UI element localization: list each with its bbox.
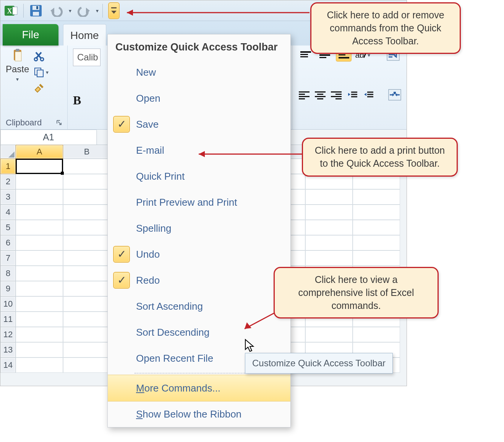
cell[interactable] (16, 159, 63, 174)
cell[interactable] (16, 220, 63, 235)
clipboard-dialog-launcher-icon[interactable] (57, 120, 62, 125)
font-name-box[interactable]: Calib (73, 49, 100, 66)
row-header[interactable]: 11 (0, 312, 16, 327)
row-header[interactable]: 9 (0, 281, 16, 296)
redo-split-arrow[interactable]: ▾ (96, 8, 99, 14)
tooltip: Customize Quick Access Toolbar (245, 353, 393, 374)
cell[interactable] (305, 235, 353, 250)
check-slot (113, 142, 130, 159)
name-box[interactable]: A1 (0, 130, 97, 145)
cell[interactable] (63, 235, 110, 250)
menu-more-commands[interactable]: More Commands... (108, 375, 290, 401)
cell[interactable] (16, 358, 63, 373)
row-header[interactable]: 13 (0, 342, 16, 358)
cell[interactable] (63, 358, 110, 373)
cell[interactable] (353, 250, 400, 266)
cell[interactable] (63, 296, 110, 312)
menu-item-quick-print[interactable]: Quick Print (108, 163, 290, 189)
undo-button[interactable] (48, 3, 65, 18)
redo-button[interactable] (75, 3, 92, 18)
paste-split-arrow[interactable]: ▾ (16, 76, 19, 82)
cell[interactable] (63, 327, 110, 342)
ribbon-group-clipboard: Paste ▾ ▾ Clipboard (0, 46, 68, 129)
decrease-indent-button[interactable] (346, 88, 359, 101)
align-right-button[interactable] (330, 88, 343, 101)
cell[interactable] (16, 205, 63, 220)
increase-indent-button[interactable] (362, 88, 375, 101)
cell[interactable] (16, 342, 63, 358)
copy-button[interactable]: ▾ (34, 67, 49, 78)
cell[interactable] (16, 327, 63, 342)
cut-button[interactable] (34, 51, 49, 62)
cell[interactable] (353, 220, 400, 235)
cell[interactable] (63, 250, 110, 266)
menu-item-spelling[interactable]: Spelling (108, 215, 290, 241)
align-center-button[interactable] (314, 88, 327, 101)
row-header[interactable]: 3 (0, 189, 16, 205)
select-all-triangle[interactable] (0, 145, 16, 159)
menu-show-below-ribbon[interactable]: Show Below the Ribbon (108, 401, 290, 427)
cell[interactable] (16, 235, 63, 250)
row-header[interactable]: 6 (0, 235, 16, 250)
row-header[interactable]: 5 (0, 220, 16, 235)
row-header[interactable]: 12 (0, 327, 16, 342)
cell[interactable] (63, 266, 110, 281)
svg-rect-28 (299, 96, 310, 97)
menu-label: More Commands... (136, 382, 220, 394)
cell[interactable] (305, 189, 353, 205)
cell[interactable] (16, 266, 63, 281)
cell[interactable] (63, 342, 110, 358)
menu-item-save[interactable]: ✓Save (108, 111, 290, 137)
menu-item-open[interactable]: Open (108, 85, 290, 111)
row-header[interactable]: 7 (0, 250, 16, 266)
cell[interactable] (16, 296, 63, 312)
cell[interactable] (63, 174, 110, 189)
row-header[interactable]: 2 (0, 174, 16, 189)
save-button[interactable] (28, 3, 44, 18)
row-header[interactable]: 14 (0, 358, 16, 373)
customize-qat-button[interactable] (108, 2, 120, 19)
tab-file[interactable]: File (3, 24, 58, 46)
cell[interactable] (63, 159, 110, 174)
cell[interactable] (16, 189, 63, 205)
format-painter-button[interactable] (34, 83, 49, 94)
check-slot (113, 220, 130, 237)
menu-label: Print Preview and Print (136, 197, 237, 208)
svg-rect-7 (111, 7, 117, 8)
column-header-b[interactable]: B (63, 145, 110, 159)
svg-rect-6 (36, 6, 38, 9)
cell[interactable] (63, 312, 110, 327)
cell[interactable] (305, 220, 353, 235)
callout-bot: Click here to view a comprehensive list … (274, 267, 439, 318)
cell[interactable] (353, 205, 400, 220)
cell[interactable] (305, 205, 353, 220)
row-header[interactable]: 10 (0, 296, 16, 312)
row-header[interactable]: 8 (0, 266, 16, 281)
cell[interactable] (353, 235, 400, 250)
cell[interactable] (16, 312, 63, 327)
tab-home[interactable]: Home (63, 24, 106, 46)
cell[interactable] (63, 205, 110, 220)
row-header[interactable]: 1 (0, 159, 16, 174)
menu-item-print-preview-and-print[interactable]: Print Preview and Print (108, 189, 290, 215)
column-header-a[interactable]: A (16, 145, 63, 159)
menu-item-undo[interactable]: ✓Undo (108, 241, 290, 267)
align-left-button[interactable] (298, 88, 311, 101)
cell[interactable] (16, 174, 63, 189)
cell[interactable] (63, 281, 110, 296)
svg-rect-27 (299, 94, 305, 95)
cell[interactable] (63, 220, 110, 235)
cell[interactable] (16, 281, 63, 296)
merge-center-button[interactable] (388, 88, 401, 101)
paste-button[interactable]: Paste ▾ (6, 49, 29, 82)
row-header[interactable]: 4 (0, 205, 16, 220)
excel-window: X ▾ ▾ (0, 0, 407, 386)
cell[interactable] (353, 327, 400, 342)
cell[interactable] (305, 250, 353, 266)
menu-item-new[interactable]: New (108, 59, 290, 85)
cell[interactable] (353, 189, 400, 205)
cell[interactable] (16, 250, 63, 266)
bold-button[interactable]: B (73, 93, 81, 107)
undo-split-arrow[interactable]: ▾ (69, 8, 71, 14)
cell[interactable] (63, 189, 110, 205)
